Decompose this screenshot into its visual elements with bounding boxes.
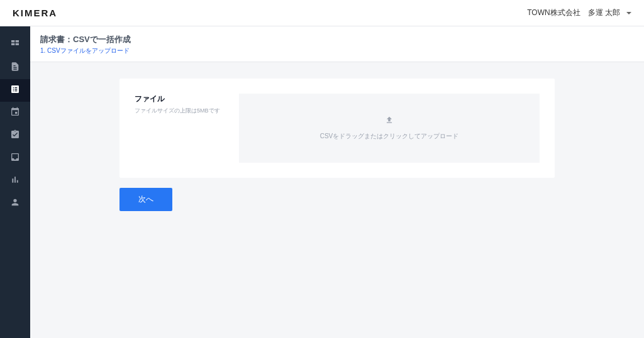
dropzone-text: CSVをドラッグまたはクリックしてアップロード [320,132,459,141]
sidebar-item-reports[interactable] [0,170,30,192]
sidebar [0,26,30,338]
sidebar-item-calendar[interactable] [0,102,30,124]
button-row: 次へ [119,188,555,211]
sidebar-item-documents[interactable] [0,57,30,79]
page-subtitle: 1. CSVファイルをアップロード [40,46,634,55]
page-titlebar: 請求書：CSVで一括作成 1. CSVファイルをアップロード [30,26,644,62]
user-menu[interactable]: TOWN株式会社 多運 太郎 [527,8,631,18]
inbox-icon [10,152,20,165]
upload-label-column: ファイル ファイルサイズの上限は5MBです [135,94,229,163]
svg-rect-2 [11,43,14,45]
upload-section-label: ファイル [135,94,229,104]
top-header: KIMERA TOWN株式会社 多運 太郎 [0,0,644,26]
upload-card: ファイル ファイルサイズの上限は5MBです CSVをドラッグまたはクリックしてア… [119,79,555,178]
dashboard-icon [10,39,20,52]
svg-rect-1 [16,40,19,42]
logo: KIMERA [13,8,57,18]
content: 請求書：CSVで一括作成 1. CSVファイルをアップロード ファイル ファイル… [30,26,644,338]
invoice-icon [10,84,20,97]
page-body: ファイル ファイルサイズの上限は5MBです CSVをドラッグまたはクリックしてア… [30,62,644,338]
sidebar-item-dashboard[interactable] [0,34,30,57]
task-icon [10,129,20,142]
chevron-down-icon [626,12,631,14]
user-name: 多運 太郎 [588,8,620,18]
sidebar-item-users[interactable] [0,192,30,215]
upload-size-hint: ファイルサイズの上限は5MBです [135,107,229,115]
svg-rect-0 [11,40,14,42]
sidebar-item-inbox[interactable] [0,147,30,170]
sidebar-item-invoices[interactable] [0,79,30,102]
next-button[interactable]: 次へ [119,188,172,211]
upload-icon [385,116,394,127]
user-icon [10,197,20,210]
svg-rect-3 [16,43,19,45]
sidebar-item-tasks[interactable] [0,124,30,147]
chart-icon [10,175,20,187]
document-icon [10,62,20,74]
file-dropzone[interactable]: CSVをドラッグまたはクリックしてアップロード [239,94,540,163]
calendar-icon [10,107,20,119]
company-name: TOWN株式会社 [527,8,580,18]
page-title: 請求書：CSVで一括作成 [40,34,634,45]
